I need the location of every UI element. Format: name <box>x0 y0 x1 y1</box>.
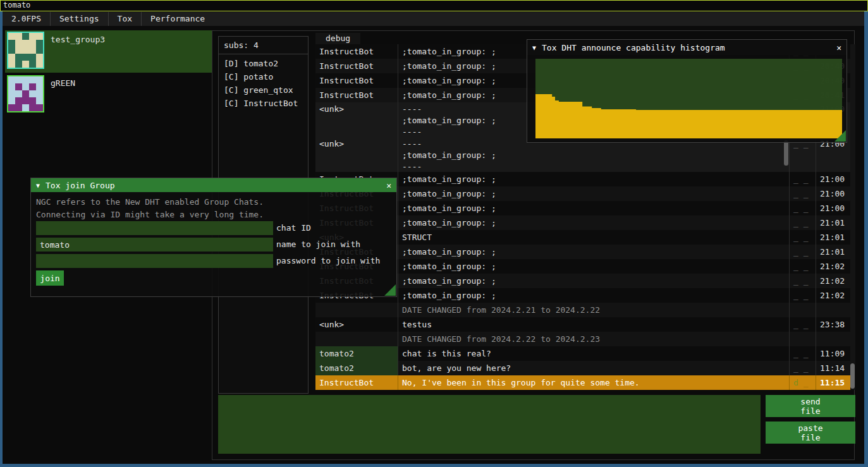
chat-message-status <box>790 332 816 346</box>
window-frame-left <box>0 11 3 464</box>
join-button[interactable]: join <box>36 270 64 286</box>
close-icon[interactable]: ✕ <box>386 181 391 190</box>
tab-debug[interactable]: debug <box>315 33 360 44</box>
chat-message-text: testus <box>398 317 790 332</box>
chat-message-name: <unk> <box>315 137 398 172</box>
menu-bar: 2.0FPS SettingsToxPerformance <box>3 12 864 26</box>
contact-name: test_group3 <box>51 35 105 44</box>
chat-message-text: ;tomato_in_group: ; <box>398 186 790 201</box>
chat-message-time: 23:38 <box>816 317 850 332</box>
chat-message-name: tomato2 <box>315 361 398 375</box>
avatar-pixel <box>22 40 29 47</box>
chat-message-time: 21:00 <box>816 172 850 186</box>
chat-row: tomato2chat is this real?_ _11:09 <box>315 346 850 361</box>
chat-message-status: _ _ <box>790 259 816 274</box>
avatar-pixel <box>36 33 43 40</box>
avatar-pixel <box>29 47 36 54</box>
avatar-pixel <box>36 47 43 54</box>
join-name-label: name to join with <box>276 238 360 252</box>
menu-item-performance[interactable]: Performance <box>142 12 214 26</box>
message-input[interactable] <box>218 395 761 454</box>
chat-message-time: 21:00 <box>816 186 850 201</box>
avatar-pixel <box>29 83 36 90</box>
chat-message-name: tomato2 <box>315 346 398 361</box>
chat-system-row: DATE CHANGED from 2024.2.22 to 2024.2.23 <box>315 332 850 346</box>
menu-item-settings[interactable]: Settings <box>51 12 108 26</box>
avatar-pixel <box>15 47 22 54</box>
chat-message-status: _ _ <box>790 186 816 201</box>
chat-message-time <box>816 332 850 346</box>
chat-message-text: ;tomato_in_group: ; <box>398 259 790 274</box>
chat-id-input[interactable] <box>36 221 273 235</box>
join-group-title: Tox join Group <box>46 181 115 190</box>
avatar-pixel <box>8 97 15 104</box>
chat-scrollbar-thumb[interactable] <box>850 363 855 389</box>
read-indicator: _ <box>798 378 809 387</box>
chat-message-time <box>816 303 850 317</box>
chat-message-time: 11:14 <box>816 361 850 375</box>
avatar-pixel <box>22 54 29 61</box>
avatar-pixel <box>36 61 43 68</box>
avatar-pixel <box>15 61 22 68</box>
contact-item-test_group3[interactable]: test_group3 <box>5 30 212 73</box>
dht-histogram-titlebar[interactable]: ▼ Tox DHT announce capability histogram … <box>527 40 847 55</box>
collapse-arrow-icon[interactable]: ▼ <box>532 44 536 51</box>
avatar-pixel <box>8 83 15 90</box>
chat-message-status: _ _ <box>790 230 816 245</box>
histogram-area-series <box>535 94 842 138</box>
paste-file-button[interactable]: paste file <box>766 422 855 444</box>
chat-message-time: 21:01 <box>816 230 850 245</box>
chat-message-status: _ _ <box>790 245 816 259</box>
close-icon[interactable]: ✕ <box>836 43 841 52</box>
dht-histogram-window: ▼ Tox DHT announce capability histogram … <box>527 39 847 143</box>
chat-scrollbar[interactable] <box>850 44 855 390</box>
join-name-input[interactable] <box>36 238 273 252</box>
join-password-input[interactable] <box>36 254 273 268</box>
chat-message-name <box>315 332 398 346</box>
avatar-pixel <box>15 33 22 40</box>
dht-capability-plot <box>535 59 842 138</box>
avatar-pixel <box>22 90 29 97</box>
menu-item-tox[interactable]: Tox <box>109 12 141 26</box>
os-title-bar: tomato <box>0 0 868 11</box>
send-file-button[interactable]: send file <box>766 395 855 417</box>
message-cell-scrollbar[interactable] <box>784 140 788 166</box>
chat-message-time: 21:01 <box>816 215 850 230</box>
chat-message-time: 11:15 <box>816 375 850 390</box>
join-password-label: password to join with <box>276 254 380 268</box>
chat-message-name <box>315 303 398 317</box>
avatar-pixel <box>22 97 29 104</box>
avatar-pixel <box>36 54 43 61</box>
dht-histogram-title: Tox DHT announce capability histogram <box>542 43 725 52</box>
chat-message-name: InstructBot <box>315 44 398 59</box>
chat-message-name: InstructBot <box>315 88 398 102</box>
chat-message-status: _ _ <box>790 274 816 288</box>
resize-grip-icon[interactable] <box>834 130 846 142</box>
chat-row: <unk>testus_ _23:38 <box>315 317 850 332</box>
avatar-pixel <box>22 47 29 54</box>
chat-message-status: _ _ <box>790 172 816 186</box>
chat-system-row: DATE CHANGED from 2024.2.21 to 2024.2.22 <box>315 303 850 317</box>
window-frame-right <box>864 11 868 464</box>
join-group-titlebar[interactable]: ▼ Tox join Group ✕ <box>31 178 396 192</box>
collapse-arrow-icon[interactable]: ▼ <box>36 182 40 189</box>
join-group-window: ▼ Tox join Group ✕ NGC refers to the New… <box>30 178 397 297</box>
resize-grip-icon[interactable] <box>384 284 396 296</box>
chat-message-status: _ _ <box>790 346 816 361</box>
subs-member: [C] InstructBot <box>219 97 308 110</box>
avatar-pixel <box>22 104 29 111</box>
chat-message-status: _ _ <box>790 288 816 303</box>
avatar-pixel <box>29 76 36 83</box>
chat-message-status: _ _ <box>790 215 816 230</box>
subs-member: [C] green_qtox <box>219 83 308 97</box>
chat-message-text: DATE CHANGED from 2024.2.22 to 2024.2.23 <box>398 332 790 346</box>
avatar-pixel <box>29 54 36 61</box>
chat-message-text: STRUCT <box>398 230 790 245</box>
window-frame-bottom <box>0 464 868 467</box>
chat-message-text: ;tomato_in_group: ; <box>398 288 790 303</box>
contact-item-gREEN[interactable]: gREEN <box>5 74 212 116</box>
avatar-pixel <box>22 61 29 68</box>
join-hint-line2: Connecting via ID might take a very long… <box>36 210 264 219</box>
avatar-pixel <box>36 97 43 104</box>
avatar-pixel <box>29 104 36 111</box>
